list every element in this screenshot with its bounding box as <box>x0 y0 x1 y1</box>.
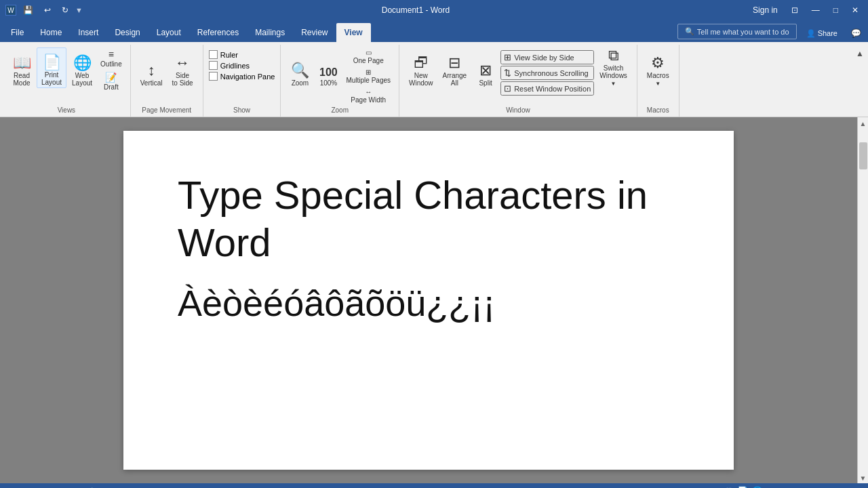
comments-button[interactable]: 💬 <box>847 27 865 39</box>
tab-layout[interactable]: Layout <box>149 23 189 42</box>
ribbon-actions: 👤 Share 💬 <box>802 27 865 39</box>
synchronous-scrolling-button[interactable]: ⇅ Synchronous Scrolling <box>500 66 594 80</box>
statusbar: Page 1 of 1 6 words 📋 📖 📄 🌐 − + 164% <box>0 483 868 488</box>
navigation-pane-checkbox[interactable]: Navigation Pane <box>209 72 275 81</box>
arrange-all-icon: ⊟ <box>448 56 460 70</box>
scroll-down-button[interactable]: ▼ <box>859 473 868 483</box>
sync-scroll-icon: ⇅ <box>504 68 511 78</box>
tab-design[interactable]: Design <box>106 23 148 42</box>
maximize-button[interactable]: □ <box>829 4 842 16</box>
collapse-ribbon-area: ▲ <box>854 45 865 117</box>
web-layout-button[interactable]: 🌐 Web Layout <box>68 47 96 88</box>
sign-in-button[interactable]: Sign in <box>749 4 782 16</box>
new-window-icon: 🗗 <box>414 56 429 70</box>
macros-button[interactable]: ⚙ Macros ▼ <box>643 47 673 88</box>
titlebar: W 💾 ↩ ↻ ▼ Document1 - Word Sign in ⊡ — □… <box>0 0 868 20</box>
multiple-pages-button[interactable]: ⊞ Multiple Pages <box>343 67 393 85</box>
page-width-icon: ↔ <box>365 88 372 96</box>
gridlines-checkbox[interactable]: Gridlines <box>209 61 275 70</box>
tab-insert[interactable]: Insert <box>70 23 106 42</box>
new-window-button[interactable]: 🗗 New Window <box>405 47 437 88</box>
ruler-check-box[interactable] <box>209 50 218 59</box>
ribbon-tabs: File Home Insert Design Layout Reference… <box>0 20 868 42</box>
macros-group: ⚙ Macros ▼ Macros <box>637 45 679 117</box>
zoom-icon: 🔍 <box>291 63 309 78</box>
zoom-100-button[interactable]: 100 100% <box>315 47 342 88</box>
document-heading: Type Special Characters in Word <box>178 171 679 266</box>
window-group: 🗗 New Window ⊟ Arrange All ⊠ Split ⊞ Vie… <box>399 45 637 117</box>
nav-check-box[interactable] <box>209 72 218 81</box>
tab-review[interactable]: Review <box>293 23 336 42</box>
document-special-chars: Àèòèéóâôãõöü¿¿¡¡ <box>178 279 679 327</box>
window-title: Document1 - Word <box>83 5 749 15</box>
read-mode-button[interactable]: 📖 Read Mode <box>8 47 35 88</box>
one-page-icon: ▭ <box>366 49 372 56</box>
collapse-ribbon-button[interactable]: ▲ <box>854 47 865 60</box>
redo-button[interactable]: ↻ <box>58 4 73 16</box>
web-layout-icon: 🌐 <box>73 56 92 70</box>
read-mode-icon: 📖 <box>13 56 31 70</box>
arrange-all-button[interactable]: ⊟ Arrange All <box>439 47 471 88</box>
zoom-content: 🔍 Zoom 100 100% ▭ One Page ⊞ Multiple Pa… <box>286 45 393 105</box>
titlebar-left: W 💾 ↩ ↻ ▼ <box>5 4 83 16</box>
views-label: Views <box>8 105 125 117</box>
draft-icon: 📝 <box>105 72 117 83</box>
tab-references[interactable]: References <box>189 23 247 42</box>
scroll-up-button[interactable]: ▲ <box>859 119 868 129</box>
split-button[interactable]: ⊠ Split <box>472 47 499 88</box>
zoom-button[interactable]: 🔍 Zoom <box>286 47 313 88</box>
word-icon: W <box>5 5 16 16</box>
document-scroll-area[interactable]: Type Special Characters in Word Àèòèéóâô… <box>0 117 857 483</box>
document-page: Type Special Characters in Word Àèòèéóâô… <box>123 131 734 470</box>
side-to-side-button[interactable]: ↔ Side to Side <box>168 47 197 88</box>
one-page-button[interactable]: ▭ One Page <box>343 47 393 66</box>
outline-draft-col: ≡ Outline 📝 Draft <box>98 47 125 92</box>
macros-icon: ⚙ <box>651 56 665 70</box>
tab-mailings[interactable]: Mailings <box>247 23 293 42</box>
split-icon: ⊠ <box>479 63 492 78</box>
search-placeholder: Tell me what you want to do <box>697 28 789 36</box>
ruler-checkbox[interactable]: Ruler <box>209 50 275 59</box>
ribbon: 📖 Read Mode 📄 Print Layout 🌐 Web Layout … <box>0 42 868 117</box>
zoom-group: 🔍 Zoom 100 100% ▭ One Page ⊞ Multiple Pa… <box>281 45 399 117</box>
page-movement-label: Page Movement <box>136 105 197 117</box>
show-group: Ruler Gridlines Navigation Pane Show <box>203 45 281 117</box>
print-layout-button[interactable]: 📄 Print Layout <box>37 47 66 88</box>
tab-view[interactable]: View <box>336 23 371 42</box>
outline-icon: ≡ <box>108 49 114 60</box>
draft-button[interactable]: 📝 Draft <box>98 70 125 92</box>
tab-home[interactable]: Home <box>32 23 70 42</box>
gridlines-check-box[interactable] <box>209 61 218 70</box>
scroll-thumb[interactable] <box>859 142 867 169</box>
tab-file[interactable]: File <box>3 23 32 42</box>
search-box[interactable]: 🔍 Tell me what you want to do <box>677 24 797 39</box>
macros-arrow: ▼ <box>655 81 660 87</box>
zoom-options-col: ▭ One Page ⊞ Multiple Pages ↔ Page Width <box>343 47 393 105</box>
switch-windows-arrow: ▼ <box>611 81 616 87</box>
save-button[interactable]: 💾 <box>19 4 37 16</box>
minimize-button[interactable]: — <box>808 4 824 16</box>
vertical-button[interactable]: ↕ Vertical <box>136 47 167 88</box>
vertical-icon: ↕ <box>148 63 155 78</box>
close-button[interactable]: ✕ <box>848 4 863 16</box>
customize-arrow[interactable]: ▼ <box>75 6 83 14</box>
undo-button[interactable]: ↩ <box>40 4 55 16</box>
window-options: ⊞ View Side by Side ⇅ Synchronous Scroll… <box>500 47 594 96</box>
reset-window-position-button[interactable]: ⊡ Reset Window Position <box>500 81 594 96</box>
reset-window-icon: ⊡ <box>504 83 511 94</box>
switch-windows-container: ⧉ Switch Windows ▼ <box>595 47 631 88</box>
ribbon-display-button[interactable]: ⊡ <box>787 4 802 16</box>
outline-button[interactable]: ≡ Outline <box>98 47 125 69</box>
zoom-100-icon: 100 <box>319 67 338 78</box>
share-button[interactable]: 👤 Share <box>802 28 842 39</box>
show-label: Show <box>209 105 275 117</box>
page-width-button[interactable]: ↔ Page Width <box>343 87 393 105</box>
switch-windows-button[interactable]: ⧉ Switch Windows ▼ <box>595 47 631 88</box>
window-content: 🗗 New Window ⊟ Arrange All ⊠ Split ⊞ Vie… <box>405 45 631 105</box>
show-checkboxes: Ruler Gridlines Navigation Pane <box>209 47 275 81</box>
zoom-label: Zoom <box>286 105 393 117</box>
vertical-scrollbar[interactable]: ▲ ▼ <box>857 117 868 483</box>
multiple-pages-icon: ⊞ <box>366 68 371 76</box>
view-side-by-side-button[interactable]: ⊞ View Side by Side <box>500 50 594 64</box>
views-group: 📖 Read Mode 📄 Print Layout 🌐 Web Layout … <box>3 45 131 117</box>
